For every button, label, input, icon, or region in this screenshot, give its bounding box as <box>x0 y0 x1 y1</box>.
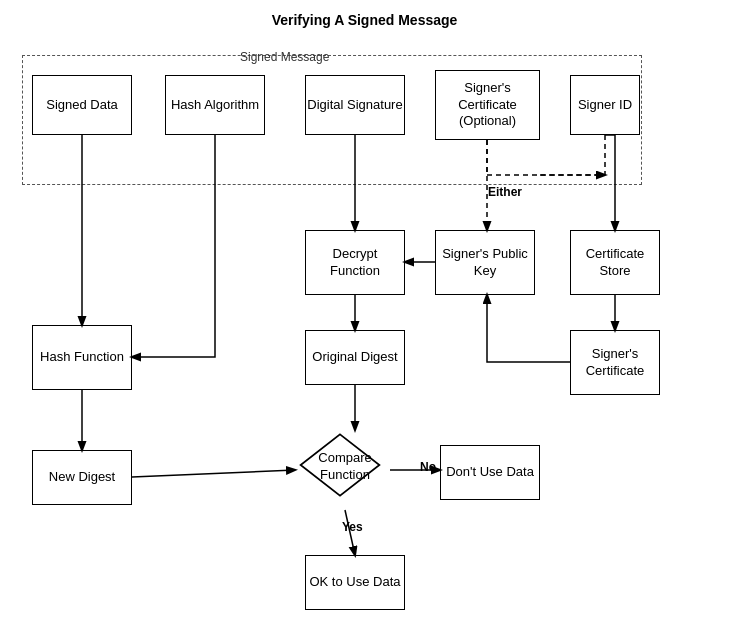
hash-function-box: Hash Function <box>32 325 132 390</box>
new-digest-box: New Digest <box>32 450 132 505</box>
no-label: No <box>420 460 436 474</box>
signers-public-key-box: Signer's Public Key <box>435 230 535 295</box>
original-digest-box: Original Digest <box>305 330 405 385</box>
signers-certificate-optional-box: Signer's Certificate (Optional) <box>435 70 540 140</box>
signer-id-box: Signer ID <box>570 75 640 135</box>
ok-to-use-data-box: OK to Use Data <box>305 555 405 610</box>
dont-use-data-box: Don't Use Data <box>440 445 540 500</box>
either-label: Either <box>488 185 522 199</box>
signers-certificate-box: Signer's Certificate <box>570 330 660 395</box>
certificate-store-box: Certificate Store <box>570 230 660 295</box>
signed-data-box: Signed Data <box>32 75 132 135</box>
digital-signature-box: Digital Signature <box>305 75 405 135</box>
page-title: Verifying A Signed Message <box>0 12 729 28</box>
decrypt-function-box: Decrypt Function <box>305 230 405 295</box>
compare-function-diamond: Compare Function <box>295 430 385 500</box>
hash-algorithm-box: Hash Algorithm <box>165 75 265 135</box>
signed-message-label: Signed Message <box>240 50 329 64</box>
yes-label: Yes <box>342 520 363 534</box>
diagram: Verifying A Signed Message Signed Messag… <box>0 0 729 628</box>
